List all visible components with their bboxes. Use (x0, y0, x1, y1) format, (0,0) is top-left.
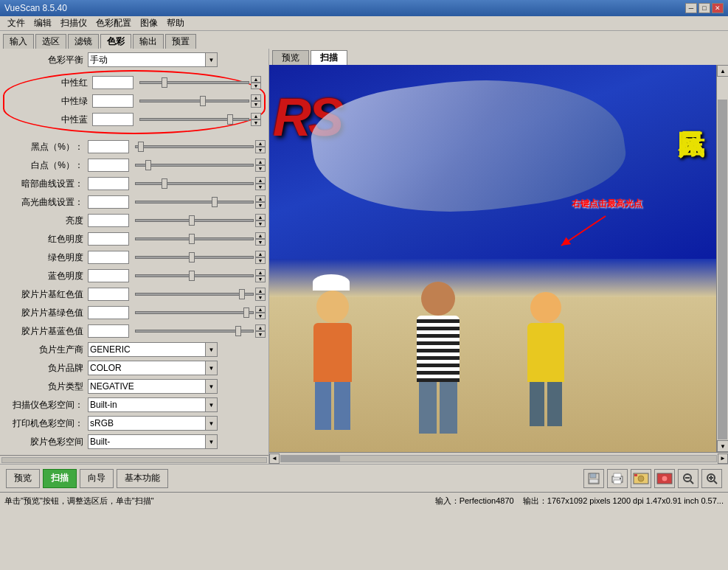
neutral-green-thumb[interactable] (200, 96, 206, 106)
neutral-red-input[interactable]: 0.291 (92, 76, 134, 89)
red-brightness-up[interactable]: ▲ (255, 232, 266, 239)
film-blue-down[interactable]: ▼ (255, 331, 266, 338)
brightness-down[interactable]: ▼ (255, 220, 266, 227)
photo-icon[interactable] (631, 469, 651, 488)
print-color-space-arrow[interactable]: ▼ (206, 416, 218, 431)
left-scroll-track[interactable] (1, 457, 267, 463)
tab-color[interactable]: 色彩 (100, 34, 131, 49)
preview-button[interactable]: 预览 (6, 469, 40, 488)
h-scroll-thumb[interactable] (281, 456, 340, 462)
scroll-up-arrow[interactable]: ▲ (717, 65, 728, 77)
green-brightness-thumb[interactable] (189, 252, 195, 263)
brightness-up[interactable]: ▲ (255, 214, 266, 220)
film-brand-arrow[interactable]: ▼ (206, 361, 218, 375)
green-brightness-input[interactable]: 1 (88, 251, 129, 264)
zoom-in-icon[interactable] (701, 469, 722, 488)
blue-brightness-down[interactable]: ▼ (255, 276, 266, 282)
scan-color-space-arrow[interactable]: ▼ (206, 397, 218, 412)
scan-button[interactable]: 扫描 (43, 469, 77, 488)
menu-color-profile[interactable]: 色彩配置 (91, 15, 136, 31)
tab-scan[interactable]: 扫描 (311, 50, 347, 65)
blue-brightness-input[interactable]: 1 (88, 269, 129, 282)
film-green-down[interactable]: ▼ (255, 313, 266, 319)
film-blue-up[interactable]: ▲ (255, 324, 266, 331)
black-point-thumb[interactable] (138, 142, 144, 152)
tab-output[interactable]: 输出 (133, 34, 164, 49)
menu-scanner[interactable]: 扫描仪 (56, 15, 91, 31)
neutral-green-up[interactable]: ▲ (251, 94, 261, 101)
film-green-track[interactable] (135, 311, 254, 314)
black-point-input[interactable]: 0 (88, 140, 129, 153)
minimize-button[interactable]: ─ (685, 3, 697, 13)
menu-image[interactable]: 图像 (136, 15, 162, 31)
white-point-slider[interactable] (135, 164, 254, 167)
highlight-curve-slider[interactable] (135, 201, 254, 204)
neutral-blue-input[interactable]: 1 (92, 113, 134, 126)
dark-curve-input[interactable]: 0.25 (88, 177, 129, 190)
close-button[interactable]: ✕ (712, 3, 724, 13)
highlight-curve-up[interactable]: ▲ (255, 195, 266, 202)
neutral-green-track[interactable] (139, 100, 249, 102)
blue-brightness-slider[interactable] (135, 274, 254, 277)
menu-help[interactable]: 帮助 (162, 15, 189, 31)
film-blue-slider[interactable] (135, 330, 254, 333)
neutral-green-down[interactable]: ▼ (251, 101, 261, 108)
scroll-thumb[interactable] (718, 100, 727, 439)
green-brightness-track[interactable] (135, 256, 254, 259)
neutral-blue-down[interactable]: ▼ (251, 119, 261, 126)
dark-curve-track[interactable] (135, 182, 254, 185)
zoom-out-icon[interactable] (678, 469, 698, 488)
neutral-red-slider[interactable] (139, 81, 249, 84)
neutral-red-down[interactable]: ▼ (251, 83, 261, 89)
film-red-up[interactable]: ▲ (255, 288, 266, 294)
black-point-down[interactable]: ▼ (255, 147, 266, 153)
black-point-slider[interactable] (135, 145, 254, 148)
tab-preset[interactable]: 预置 (165, 34, 196, 49)
neutral-blue-track[interactable] (139, 118, 249, 121)
film-green-thumb[interactable] (243, 307, 249, 318)
black-point-track[interactable] (135, 145, 254, 148)
film-red-slider[interactable] (135, 293, 254, 296)
neutral-green-slider[interactable] (139, 100, 249, 102)
dark-curve-down[interactable]: ▼ (255, 184, 266, 190)
white-point-track[interactable] (135, 164, 254, 167)
color-balance-arrow[interactable]: ▼ (206, 52, 218, 67)
highlight-curve-input[interactable]: 0.75 (88, 195, 129, 209)
dark-curve-thumb[interactable] (162, 178, 167, 189)
green-brightness-up[interactable]: ▲ (255, 251, 266, 257)
film-red-down[interactable]: ▼ (255, 294, 266, 301)
menu-edit[interactable]: 编辑 (30, 15, 56, 31)
brightness-track[interactable] (135, 219, 254, 222)
black-point-up[interactable]: ▲ (255, 140, 266, 147)
tab-filter[interactable]: 滤镜 (68, 34, 99, 49)
film-blue-thumb[interactable] (235, 326, 241, 336)
neutral-blue-thumb[interactable] (227, 114, 233, 125)
film-green-up[interactable]: ▲ (255, 306, 266, 313)
h-scroll-track[interactable] (280, 455, 717, 462)
neutral-red-track[interactable] (139, 81, 249, 84)
monitor-color-space-arrow[interactable]: ▼ (206, 434, 218, 449)
red-photo-icon[interactable] (654, 469, 675, 488)
tab-preview[interactable]: 预览 (272, 50, 309, 65)
highlight-curve-down[interactable]: ▼ (255, 202, 266, 209)
basic-function-button[interactable]: 基本功能 (117, 469, 168, 488)
save-icon[interactable] (583, 469, 604, 488)
highlight-curve-track[interactable] (135, 201, 254, 204)
green-brightness-down[interactable]: ▼ (255, 257, 266, 264)
neutral-red-thumb[interactable] (162, 77, 167, 88)
blue-brightness-track[interactable] (135, 274, 254, 277)
neutral-blue-slider[interactable] (139, 118, 249, 121)
maximize-button[interactable]: □ (698, 3, 710, 13)
monitor-color-space-select[interactable]: Built- (88, 434, 206, 449)
film-vendor-select[interactable]: GENERIC (88, 342, 206, 357)
highlight-curve-thumb[interactable] (212, 197, 218, 207)
film-blue-track[interactable] (135, 330, 254, 333)
white-point-up[interactable]: ▲ (255, 159, 266, 165)
film-red-track[interactable] (135, 293, 254, 296)
film-green-slider[interactable] (135, 311, 254, 314)
film-type-arrow[interactable]: ▼ (206, 379, 218, 394)
red-brightness-thumb[interactable] (189, 234, 195, 244)
white-point-input[interactable]: 1 (88, 159, 129, 172)
film-vendor-arrow[interactable]: ▼ (206, 342, 218, 357)
brightness-input[interactable]: 1 (88, 214, 129, 227)
